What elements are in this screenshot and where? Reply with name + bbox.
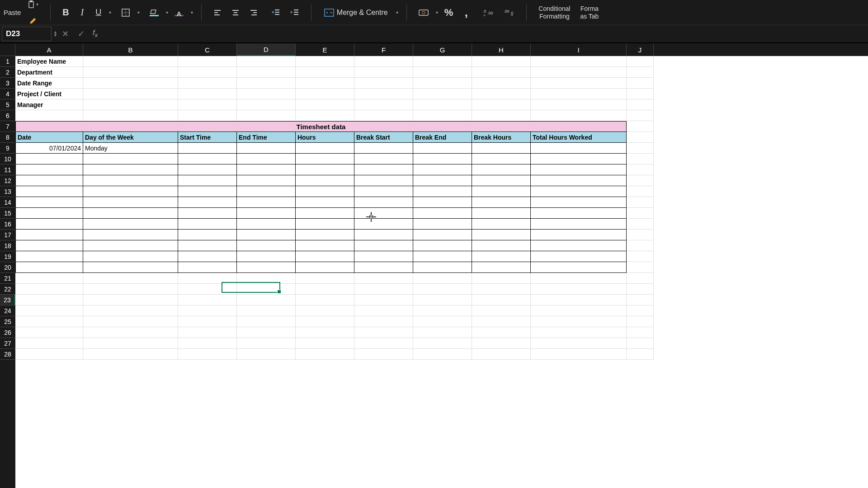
cell[interactable] — [413, 67, 472, 78]
cell[interactable] — [354, 110, 413, 121]
cell[interactable] — [531, 110, 627, 121]
italic-button[interactable]: I — [75, 5, 89, 20]
format-as-table-button[interactable]: Forma as Tab — [576, 5, 602, 20]
cell[interactable] — [296, 316, 354, 327]
cell[interactable] — [83, 89, 178, 99]
cell[interactable] — [237, 175, 296, 186]
cell[interactable] — [296, 349, 354, 360]
cell[interactable] — [178, 262, 237, 273]
cell[interactable] — [627, 284, 654, 295]
cell[interactable] — [472, 154, 531, 164]
cell[interactable] — [178, 240, 237, 251]
cell[interactable] — [178, 110, 237, 121]
cell[interactable] — [237, 230, 296, 240]
cell[interactable]: Start Time — [178, 132, 237, 143]
cell[interactable] — [354, 164, 413, 175]
cell[interactable] — [296, 67, 354, 78]
cell[interactable] — [178, 230, 237, 240]
cell[interactable] — [296, 305, 354, 316]
cell[interactable] — [354, 197, 413, 208]
cell[interactable] — [178, 197, 237, 208]
decrease-decimal-button[interactable]: .00.0 — [500, 5, 518, 20]
cell[interactable] — [83, 186, 178, 197]
cell[interactable] — [472, 186, 531, 197]
cell[interactable] — [627, 327, 654, 338]
row-header-15[interactable]: 15 — [0, 208, 15, 219]
cell[interactable] — [472, 56, 531, 67]
cell[interactable] — [237, 186, 296, 197]
cell[interactable]: Department — [15, 67, 83, 78]
cell[interactable] — [237, 327, 296, 338]
cell[interactable] — [627, 89, 654, 99]
fill-color-button[interactable] — [146, 5, 162, 20]
cell[interactable] — [531, 99, 627, 110]
cell[interactable] — [627, 164, 654, 175]
cell[interactable] — [178, 327, 237, 338]
chevron-down-icon[interactable]: ▾ — [109, 10, 111, 15]
cell[interactable] — [531, 327, 627, 338]
cell[interactable] — [413, 219, 472, 230]
cell[interactable] — [83, 338, 178, 349]
cell[interactable] — [627, 295, 654, 305]
cell[interactable] — [627, 56, 654, 67]
cell[interactable] — [354, 56, 413, 67]
cell[interactable] — [15, 175, 83, 186]
cell[interactable] — [413, 143, 472, 154]
cell[interactable] — [296, 240, 354, 251]
cell[interactable] — [15, 186, 83, 197]
cell[interactable] — [413, 273, 472, 284]
cell[interactable] — [531, 262, 627, 273]
cell[interactable] — [472, 67, 531, 78]
cell[interactable] — [627, 110, 654, 121]
merge-centre-button[interactable]: Merge & Centre — [320, 5, 392, 20]
cell[interactable] — [627, 121, 654, 132]
cell[interactable] — [354, 349, 413, 360]
cell[interactable] — [296, 338, 354, 349]
font-color-button[interactable]: A — [171, 5, 187, 20]
cell[interactable] — [15, 110, 83, 121]
cell[interactable] — [531, 273, 627, 284]
cell[interactable] — [472, 89, 531, 99]
row-header-10[interactable]: 10 — [0, 154, 15, 164]
name-box-arrows[interactable]: ▲▼ — [53, 31, 57, 37]
percent-button[interactable]: % — [441, 5, 457, 20]
cell[interactable] — [296, 197, 354, 208]
cell[interactable] — [472, 262, 531, 273]
paste-button[interactable]: Paste — [4, 9, 21, 16]
cell[interactable] — [15, 316, 83, 327]
cell[interactable]: Hours — [296, 132, 354, 143]
row-header-13[interactable]: 13 — [0, 186, 15, 197]
cell[interactable] — [296, 175, 354, 186]
cell[interactable] — [627, 186, 654, 197]
cell[interactable] — [472, 78, 531, 89]
cell[interactable] — [354, 284, 413, 295]
cell[interactable] — [472, 240, 531, 251]
cell[interactable] — [354, 327, 413, 338]
cell[interactable] — [237, 78, 296, 89]
cell[interactable] — [296, 78, 354, 89]
row-header-16[interactable]: 16 — [0, 219, 15, 230]
cell[interactable] — [627, 262, 654, 273]
cell[interactable] — [531, 295, 627, 305]
cell[interactable] — [178, 186, 237, 197]
cell[interactable] — [15, 262, 83, 273]
cell[interactable] — [627, 349, 654, 360]
cell[interactable] — [413, 251, 472, 262]
cell[interactable]: Day of the Week — [83, 132, 178, 143]
cell[interactable] — [413, 89, 472, 99]
cell[interactable] — [237, 349, 296, 360]
cell[interactable] — [354, 208, 413, 219]
cell[interactable] — [237, 262, 296, 273]
cell[interactable] — [296, 186, 354, 197]
cell[interactable] — [237, 273, 296, 284]
cell[interactable] — [531, 305, 627, 316]
column-header-H[interactable]: H — [472, 43, 531, 56]
cell[interactable] — [627, 230, 654, 240]
cell[interactable] — [531, 240, 627, 251]
row-header-24[interactable]: 24 — [0, 305, 15, 316]
cell[interactable] — [531, 186, 627, 197]
cell[interactable] — [531, 338, 627, 349]
cell[interactable] — [531, 197, 627, 208]
cell[interactable] — [413, 305, 472, 316]
row-header-28[interactable]: 28 — [0, 349, 15, 360]
